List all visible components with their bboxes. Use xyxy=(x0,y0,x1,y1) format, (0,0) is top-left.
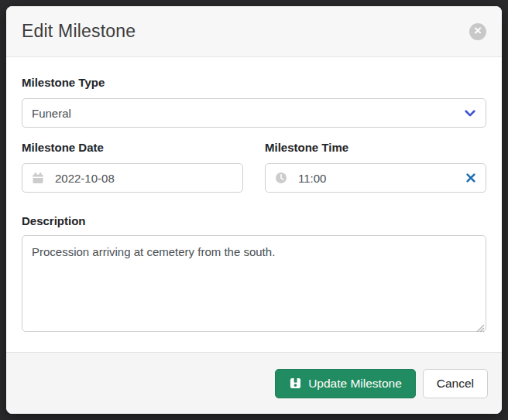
description-label: Description xyxy=(22,214,486,227)
milestone-time-input[interactable] xyxy=(298,172,465,185)
calendar-icon xyxy=(32,172,44,184)
milestone-time-label: Milestone Time xyxy=(265,141,486,154)
milestone-type-value: Funeral xyxy=(32,107,71,120)
milestone-date-field xyxy=(22,163,243,193)
milestone-time-field xyxy=(265,163,486,193)
edit-milestone-modal: Edit Milestone × Milestone Type Funeral … xyxy=(6,6,502,414)
update-milestone-label: Update Milestone xyxy=(308,377,402,391)
close-button[interactable]: × xyxy=(469,23,486,40)
milestone-date-label: Milestone Date xyxy=(22,141,243,154)
description-textarea[interactable]: Procession arriving at cemetery from the… xyxy=(22,235,486,332)
milestone-type-label: Milestone Type xyxy=(22,76,486,89)
milestone-type-select[interactable]: Funeral xyxy=(22,98,486,128)
modal-title: Edit Milestone xyxy=(22,21,136,42)
cancel-label: Cancel xyxy=(437,377,474,391)
milestone-date-input[interactable] xyxy=(55,172,233,185)
modal-body: Milestone Type Funeral Milestone Date xyxy=(6,57,502,352)
update-milestone-button[interactable]: Update Milestone xyxy=(275,369,416,398)
close-icon: × xyxy=(474,24,482,37)
clear-time-icon[interactable] xyxy=(465,172,476,183)
clock-icon xyxy=(275,172,287,184)
modal-header: Edit Milestone × xyxy=(6,6,502,57)
save-icon xyxy=(289,377,301,390)
cancel-button[interactable]: Cancel xyxy=(423,369,488,398)
modal-footer: Update Milestone Cancel xyxy=(6,352,502,414)
chevron-down-icon xyxy=(464,107,476,119)
